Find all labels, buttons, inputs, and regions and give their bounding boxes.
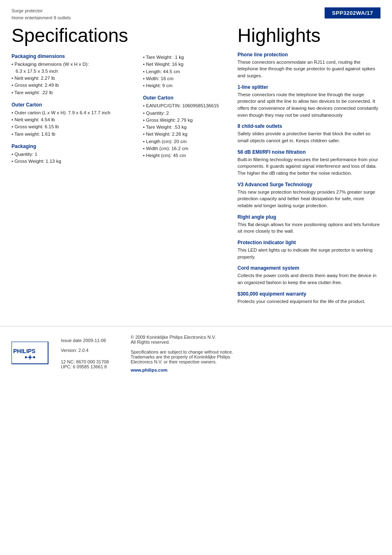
outer-carton-heading: Outer Carton (12, 102, 131, 108)
spec-item: Quantity: 2 (143, 110, 225, 117)
highlights-title: Highlights (238, 25, 380, 46)
spec-item: Tare weight: .22 lb (12, 89, 131, 96)
outer-carton-right-heading: Outer Carton (143, 95, 225, 101)
spec-item: Width (cm): 16.2 cm (143, 145, 225, 152)
spec-item: Quantity: 1 (12, 151, 131, 158)
highlight-text: Safety slides provide a protective barri… (238, 130, 380, 144)
model-badge: SPP3202WA/17 (325, 7, 380, 18)
spec-item: Gross weight: 6.15 lb (12, 123, 131, 130)
spec-item: Tare weight: 1.61 lb (12, 131, 131, 138)
philips-logo: PHILIPS (12, 342, 48, 365)
highlight-heading: $300,000 equipment warranty (238, 291, 380, 297)
disclaimer: Specifications are subject to change wit… (131, 349, 380, 364)
highlight-item: V3 Advanced Surge TechnologyThis new sur… (238, 182, 380, 209)
highlight-heading: Cord management system (238, 265, 380, 271)
spec-item: Height (cm): 45 cm (143, 152, 225, 159)
highlight-text: These connectors accommodate an RJ11 cor… (238, 59, 380, 79)
highlight-item: Phone line protectionThese connectors ac… (238, 52, 380, 79)
highlight-text: Built-in filtering technology ensures th… (238, 156, 380, 177)
product-codes: 12 NC: 8670 000 31708 UPC: 6 09585 13661… (61, 359, 114, 369)
highlight-text: These connectors route the telephone lin… (238, 91, 380, 119)
svg-point-5 (33, 356, 35, 358)
highlight-heading: V3 Advanced Surge Technology (238, 182, 380, 187)
highlight-text: Collects the power cords and directs the… (238, 272, 380, 286)
highlight-item: $300,000 equipment warrantyProtects your… (238, 291, 380, 305)
highlight-heading: Protection indicator light (238, 240, 380, 245)
product-type: Surge protector (12, 7, 71, 14)
packaging-dimensions-heading: Packaging dimensions (12, 53, 131, 59)
packaging-heading: Packaging (12, 143, 131, 149)
svg-text:PHILIPS: PHILIPS (13, 348, 35, 354)
spec-item: Gross weight: 2.49 lb (12, 82, 131, 89)
highlight-item: Cord management systemCollects the power… (238, 265, 380, 286)
highlight-text: This new surge protection technology pro… (238, 189, 380, 209)
highlight-text: Protects your connected equipment for th… (238, 298, 380, 305)
highlight-heading: Phone line protection (238, 52, 380, 58)
spec-item-indent: 6.3 x 17.5 x 3.5 inch (12, 68, 131, 75)
spec-item: Packaging dimensions (W x H x D): (12, 61, 131, 68)
spec-item: Nett weight: 2.27 lb (12, 75, 131, 82)
spec-item: Tare Weight: .1 kg (143, 54, 225, 61)
spec-item: Nett weight: 4.54 lb (12, 116, 131, 123)
spec-item: Gross Weight: 1.13 kg (12, 158, 131, 165)
spec-item: Width: 16 cm (143, 75, 225, 82)
highlight-heading: Right angle plug (238, 214, 380, 220)
highlight-heading: 58 dB EMI/RFI noise filtration (238, 149, 380, 155)
highlight-item: 8 child-safe outletsSafety slides provid… (238, 123, 380, 144)
copyright: © 2009 Koninklijke Philips Electronics N… (131, 335, 380, 345)
highlight-text: This flat design allows for more positio… (238, 221, 380, 235)
spec-item: Net Weight: 16 kg (143, 61, 225, 68)
spec-item: Net Weight: 2.26 kg (143, 131, 225, 138)
highlight-heading: 8 child-safe outlets (238, 123, 380, 129)
spec-item: Tare Weight: .53 kg (143, 124, 225, 131)
footer: PHILIPS Issue date 2009-11-06 Version: 2… (0, 326, 392, 381)
highlight-item: Protection indicator lightThis LED alert… (238, 240, 380, 260)
spec-item: Length: 44.5 cm (143, 68, 225, 75)
highlight-item: Right angle plugThis flat design allows … (238, 214, 380, 235)
specs-title: Specifications (12, 25, 131, 46)
version: Version: 2.0.4 (61, 348, 114, 353)
spec-item: Outer carton (L x W x H): 7.9 x 6.4 x 17… (12, 109, 131, 116)
highlight-item: 58 dB EMI/RFI noise filtrationBuilt-in f… (238, 149, 380, 177)
website: www.philips.com (131, 368, 380, 372)
spec-item: Height: 9 cm (143, 82, 225, 89)
svg-point-4 (25, 356, 27, 358)
spec-item: EAN/UPC/GTIN: 10609585136615 (143, 102, 225, 109)
spec-item: Gross Weight: 2.79 kg (143, 117, 225, 124)
spec-item: Length (cm): 20 cm (143, 138, 225, 145)
highlight-heading: 1-line splitter (238, 84, 380, 90)
highlight-item: 1-line splitterThese connectors route th… (238, 84, 380, 119)
highlight-text: This LED alert lights up to indicate the… (238, 247, 380, 260)
product-desc: Home entertainment 8 outlets (12, 14, 71, 21)
highlights-list: Phone line protectionThese connectors ac… (238, 52, 380, 305)
issue-date: Issue date 2009-11-06 (61, 338, 114, 343)
